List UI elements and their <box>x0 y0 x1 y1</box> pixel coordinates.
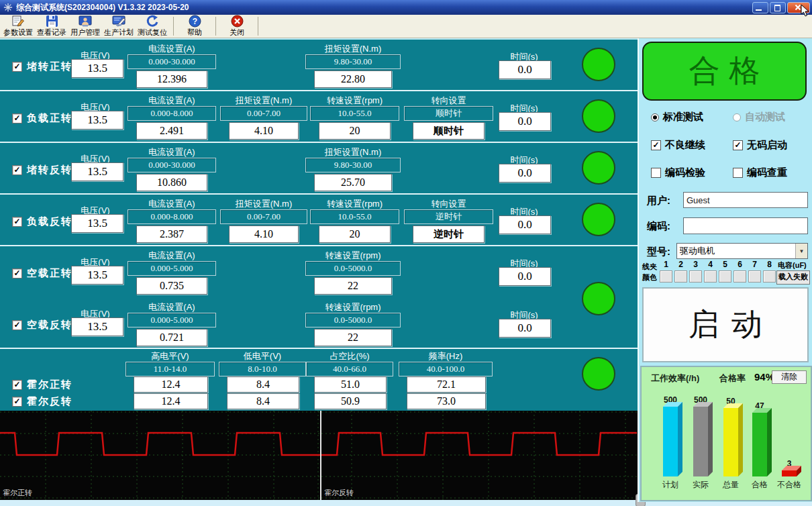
checkbox-checked-icon[interactable] <box>12 397 22 407</box>
row-checkbox-group[interactable]: 空载正转 <box>12 267 72 280</box>
maximize-button[interactable] <box>770 2 786 13</box>
code-input[interactable] <box>683 217 808 234</box>
row-checkbox-group[interactable]: 霍尔反转 <box>12 395 72 408</box>
status-indicator <box>582 99 615 133</box>
checkbox-start-without-code[interactable]: 无码启动 <box>733 139 787 152</box>
status-indicator <box>582 282 615 315</box>
row-checkbox-group[interactable]: 堵转反转 <box>12 164 72 176</box>
time-value: 0.0 <box>499 215 551 234</box>
clamp-color-box <box>733 270 746 283</box>
current-cell: 电流设置(A) 0.000-30.000 10.860 <box>128 143 216 193</box>
user-management-button[interactable]: 用户管理 <box>68 15 102 38</box>
hall-value: 12.4 <box>134 393 208 409</box>
current-cell: 电流设置(A) 0.000-8.000 2.387 <box>128 195 216 245</box>
clamp-color-box <box>674 270 687 283</box>
column-header: 电流设置(A) <box>128 95 216 107</box>
time-value: 0.0 <box>499 267 551 286</box>
scope-panel-forward: 霍尔正转 <box>0 411 320 500</box>
clamp-number: 4 <box>704 260 717 269</box>
checkbox-icon[interactable] <box>733 168 743 178</box>
checkbox-code-verify[interactable]: 编码检验 <box>651 166 705 179</box>
row-checkbox-group[interactable]: 负载正转 <box>12 112 72 125</box>
hall-value: 51.0 <box>314 376 387 393</box>
measured-value: 4.10 <box>229 122 299 140</box>
range-display: 0.000-30.000 <box>128 158 216 172</box>
range-display: 顺时针 <box>404 106 493 121</box>
clamp-label-line1: 线夹 <box>642 262 657 272</box>
current-cell: 电流设置(A) 0.000-8.000 2.491 <box>128 91 216 142</box>
app-icon <box>3 3 13 12</box>
radio-standard-test[interactable]: 标准测试 <box>651 111 703 123</box>
voltage-value[interactable]: 13.5 <box>71 162 123 181</box>
checkbox-code-duplicate[interactable]: 编码查重 <box>733 166 787 179</box>
pass-rate-label: 合格率 <box>719 372 746 385</box>
radio-icon[interactable] <box>733 113 741 121</box>
range-display: 40.0-100.0 <box>399 362 493 376</box>
bar-fail: 3 不合格 <box>774 459 804 491</box>
measured-value: 25.70 <box>314 174 392 191</box>
voltage-value[interactable]: 13.5 <box>71 111 123 130</box>
column-header: 扭矩设置(N.m) <box>220 95 307 107</box>
voltage-value[interactable]: 13.5 <box>71 59 123 78</box>
plan-icon <box>112 15 125 28</box>
range-display: 10.0-55.0 <box>310 106 399 121</box>
test-reset-button[interactable]: 测试复位 <box>136 15 169 38</box>
records-button[interactable]: 查看记录 <box>35 15 68 38</box>
chevron-down-icon[interactable]: ▼ <box>795 244 807 258</box>
toolbar-separator <box>173 17 174 36</box>
clamp-number: 5 <box>719 260 731 269</box>
row-checkbox-group[interactable]: 堵转正转 <box>12 60 72 73</box>
range-display: 10.0-55.0 <box>310 209 399 224</box>
clamp-color-box <box>689 270 702 283</box>
voltage-value[interactable]: 13.5 <box>71 317 123 336</box>
clamp-number: 7 <box>748 260 761 269</box>
checkbox-checked-icon[interactable] <box>12 113 22 123</box>
checkbox-checked-icon[interactable] <box>12 268 22 279</box>
voltage-value[interactable]: 13.5 <box>71 214 123 233</box>
column-header: 占空比(%) <box>306 350 393 362</box>
settings-button[interactable]: 参数设置 <box>1 15 35 38</box>
scope-trace-reverse <box>321 411 637 500</box>
checkbox-icon[interactable] <box>651 168 661 178</box>
code-label: 编码: <box>647 220 670 233</box>
checkbox-label: 不良继续 <box>665 139 705 152</box>
checkbox-checked-icon[interactable] <box>12 320 22 330</box>
radio-selected-icon[interactable] <box>651 113 659 121</box>
measured-value: 20 <box>319 225 391 243</box>
checkbox-checked-icon[interactable] <box>12 165 22 175</box>
checkbox-checked-icon[interactable] <box>651 140 661 150</box>
row-checkbox-group[interactable]: 霍尔正转 <box>12 378 72 391</box>
checkbox-continue-on-fail[interactable]: 不良继续 <box>651 139 705 152</box>
model-label: 型号: <box>647 246 670 258</box>
model-select[interactable]: 驱动电机 ▼ <box>676 243 808 259</box>
help-button[interactable]: ? 帮助 <box>178 15 211 38</box>
checkbox-checked-icon[interactable] <box>12 217 22 227</box>
hall-value: 72.1 <box>407 376 486 393</box>
load-fixture-button[interactable]: 载入失败 <box>776 270 810 285</box>
voltage-value[interactable]: 13.5 <box>71 266 123 285</box>
close-circle-icon <box>231 15 244 28</box>
status-indicator <box>582 203 615 236</box>
user-input[interactable] <box>683 192 808 208</box>
direction-cell: 转向设置 顺时针 顺时针 <box>404 91 493 142</box>
start-button[interactable]: 启动 <box>642 287 809 362</box>
checkbox-checked-icon[interactable] <box>12 380 22 390</box>
model-value: 驱动电机 <box>677 245 795 257</box>
checkbox-checked-icon[interactable] <box>12 62 22 72</box>
status-indicator <box>582 357 615 391</box>
bar <box>752 413 767 476</box>
clear-button[interactable]: 清除 <box>772 370 807 384</box>
production-plan-button[interactable]: 生产计划 <box>102 15 136 38</box>
minimize-button[interactable] <box>752 2 768 13</box>
time-value: 0.0 <box>499 319 551 338</box>
test-section-hall: 高电平(V) 11.0-14.0 低电平(V) 8.0-10.0 占空比(%) … <box>0 349 638 412</box>
oscilloscope: 霍尔正转 霍尔反转 <box>0 411 638 500</box>
toolbar-label: 测试复位 <box>138 28 167 38</box>
row-checkbox-group[interactable]: 空载反转 <box>12 319 72 332</box>
clamp-number: 8 <box>763 260 776 269</box>
exit-button[interactable]: 关闭 <box>220 15 254 38</box>
radio-auto-test[interactable]: 自动测试 <box>733 111 785 123</box>
status-indicator <box>582 151 615 185</box>
row-checkbox-group[interactable]: 负载反转 <box>12 215 72 228</box>
checkbox-checked-icon[interactable] <box>733 140 743 150</box>
